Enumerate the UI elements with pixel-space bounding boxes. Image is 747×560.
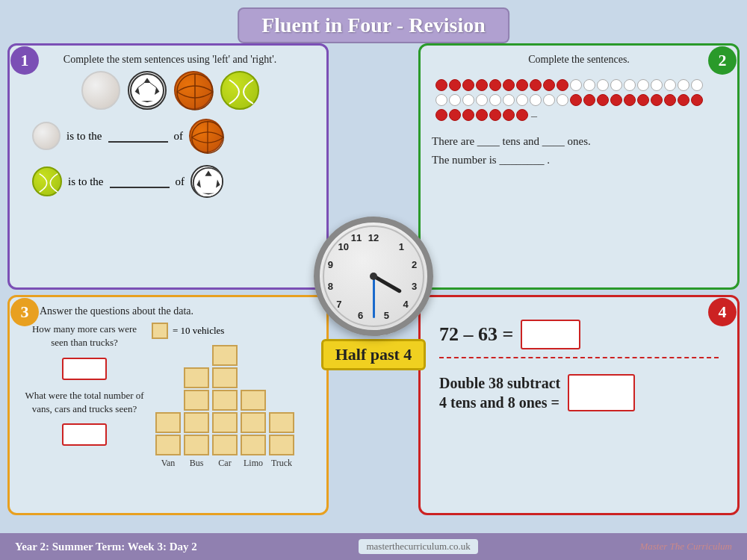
question-2-box: Complete the sentences.: [418, 43, 740, 290]
sentence2-pre: is to the: [68, 175, 104, 188]
bead: [449, 94, 461, 106]
bead: [651, 94, 663, 106]
soccer-ball-icon: [128, 71, 167, 110]
bead: [543, 79, 555, 91]
footer-bar: Year 2: Summer Term: Week 3: Day 2 maste…: [0, 533, 747, 560]
baseball-small-icon: [32, 122, 61, 150]
q3-content: How many more cars were seen than trucks…: [25, 323, 315, 469]
clock-num-12: 12: [368, 232, 379, 243]
bead: [691, 79, 703, 91]
page-title: Fluent in Four - Revision: [238, 7, 509, 43]
bead: [436, 94, 447, 106]
bar-cell: [241, 390, 266, 411]
bead: [570, 94, 582, 106]
clock-num-6: 6: [358, 309, 363, 320]
bead: [583, 94, 595, 106]
clock-center-dot: [370, 273, 377, 280]
sentence1-post: of: [174, 130, 184, 143]
clock-num-11: 11: [351, 232, 362, 243]
basketball-small-icon: [189, 119, 223, 153]
bead: [597, 94, 609, 106]
question-number-1: 1: [10, 46, 39, 75]
bar-label-car: Car: [218, 458, 231, 469]
footer-brand: Master The Curriculum: [639, 541, 732, 553]
bar-label-van: Van: [161, 458, 176, 469]
bead: [449, 109, 461, 121]
q4-math2-row: Double 38 subtract 4 tens and 8 ones =: [439, 373, 719, 412]
bead: [530, 94, 542, 106]
bar-cell: [212, 390, 238, 411]
clock-num-3: 3: [412, 280, 417, 291]
bead: [610, 94, 622, 106]
bar-cell: [212, 367, 238, 388]
q3-answer1: [62, 358, 107, 380]
bar-cell: [155, 412, 181, 433]
clock-num-7: 7: [336, 299, 341, 310]
bead: [570, 79, 582, 91]
q4-answer1: [521, 320, 580, 349]
bead: [637, 94, 649, 106]
sentence2-blank: [110, 175, 170, 188]
bar-bus: Bus: [184, 367, 209, 469]
bead: [583, 79, 595, 91]
bead-row-2: [436, 94, 722, 106]
bead: [449, 79, 461, 91]
bead-row-3: –: [436, 109, 722, 122]
bead: [436, 79, 447, 91]
bead: [516, 94, 528, 106]
bead: [462, 109, 474, 121]
bar-cell: [155, 435, 181, 455]
bead: [489, 94, 501, 106]
q4-answer2: [568, 374, 635, 411]
clock-widget: 12 1 2 3 4 5 6 7 8 9 10 11 Half past 4: [314, 217, 433, 370]
clock-num-9: 9: [328, 259, 333, 270]
bar-chart: Van Bus: [152, 345, 315, 469]
q4-math1-row: 72 – 63 =: [439, 320, 719, 349]
q3-questions: How many more cars were seen than trucks…: [25, 323, 144, 469]
bar-cell: [212, 412, 238, 433]
clock-num-4: 4: [403, 299, 409, 310]
bead: [678, 94, 689, 106]
bead: [624, 94, 636, 106]
bar-cell: [241, 412, 266, 433]
sentence-row-1: is to the of: [32, 119, 315, 153]
legend-label: = 10 vehicles: [173, 325, 224, 337]
bar-cell: [212, 345, 238, 366]
bead: [651, 79, 663, 91]
bar-label-limo: Limo: [244, 458, 263, 469]
bar-cell: [212, 435, 238, 455]
q2-sentence2: The number is ________ .: [432, 154, 726, 167]
bead: [543, 94, 555, 106]
clock-num-1: 1: [399, 240, 404, 252]
q3-answer2: [62, 423, 107, 446]
bar-cell: [184, 435, 209, 455]
footer-term-info: Year 2: Summer Term: Week 3: Day 2: [15, 541, 197, 553]
bar-label-truck: Truck: [271, 458, 292, 469]
bead: [664, 94, 676, 106]
bead-row-1: [436, 79, 722, 91]
soccer-small-icon: [190, 165, 223, 198]
clock-num-2: 2: [412, 259, 417, 270]
question-number-3: 3: [10, 298, 39, 326]
clock-minute-hand: [373, 276, 375, 318]
clock-num-10: 10: [338, 240, 348, 252]
bar-cell: [241, 435, 266, 455]
bead: [637, 79, 649, 91]
bead: [664, 79, 676, 91]
q3-question1: How many more cars were seen than trucks…: [25, 323, 144, 349]
footer-website: masterthecurriculum.co.uk: [359, 539, 477, 554]
bar-cell: [184, 390, 209, 411]
bead: [678, 79, 689, 91]
sentence1-pre: is to the: [66, 130, 102, 143]
sentence2-post: of: [176, 175, 185, 188]
q3-question2: What were the total number of vans, cars…: [25, 389, 144, 416]
bead: [557, 79, 568, 91]
bead: [489, 109, 501, 121]
q4-math2-label: Double 38 subtract 4 tens and 8 ones =: [439, 373, 560, 412]
basketball-icon: [174, 71, 213, 110]
bead: [597, 79, 609, 91]
bar-cell: [184, 412, 209, 433]
bead: [476, 94, 488, 106]
question-3-box: Answer the questions about the data. How…: [7, 295, 329, 515]
bead: [476, 109, 488, 121]
